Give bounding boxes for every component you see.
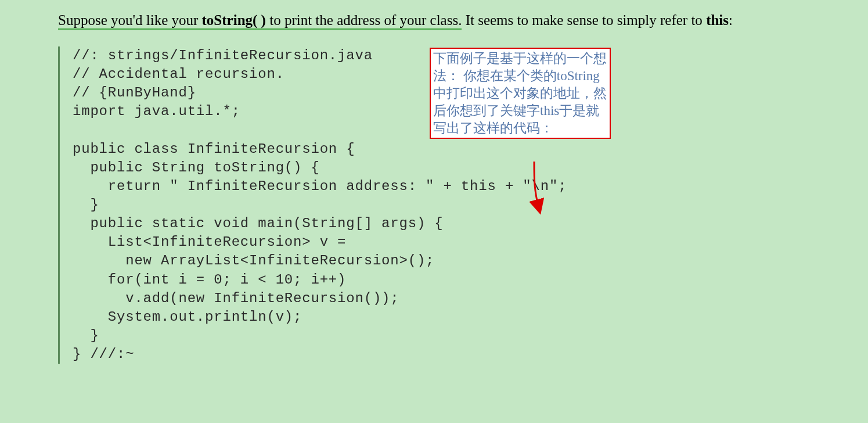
intro-this-bold: this <box>706 12 729 28</box>
intro-text-2: to print the address of your class. <box>266 12 462 28</box>
annotation-callout: 下面例子是基于这样的一个想法： 你想在某个类的toString中打印出这个对象的… <box>430 48 611 139</box>
intro-tostring-bold: toString( ) <box>202 12 266 28</box>
intro-text-1: Suppose you'd like your <box>58 12 202 28</box>
intro-underlined: Suppose you'd like your toString( ) to p… <box>58 12 462 30</box>
intro-text-3: It seems to make sense to simply refer t… <box>462 12 706 28</box>
intro-paragraph: Suppose you'd like your toString( ) to p… <box>58 10 810 30</box>
intro-colon: : <box>729 12 733 28</box>
